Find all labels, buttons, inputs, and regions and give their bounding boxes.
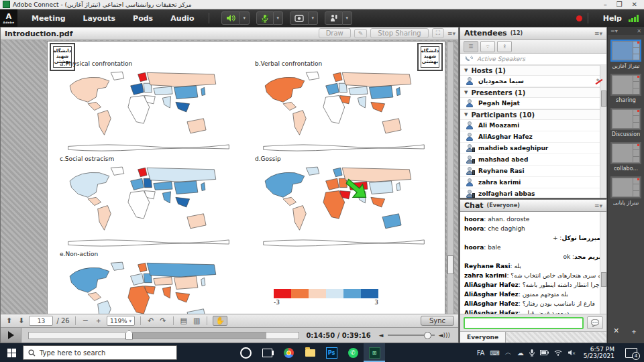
minimize-button[interactable]: – [604,1,607,9]
menu-meeting[interactable]: Meeting [23,14,74,23]
tray-expand-icon[interactable]: ︿ [505,348,512,357]
attendee-row[interactable]: Ali Moazami [460,120,606,131]
start-button[interactable] [0,343,23,362]
layouts-menu-icon[interactable]: ≡▾ [610,28,618,34]
shared-document-title: Introduction.pdf [5,29,73,38]
layout-thumbnail[interactable] [610,108,641,130]
status-view-icon[interactable]: 🯅 [497,41,512,52]
speaker-button[interactable] [221,11,240,25]
layout-item[interactable]: Discussion [608,108,644,137]
layout-item[interactable]: تیتراژ پایانی [608,176,644,206]
hand-tool-icon[interactable]: ✋ [213,316,227,326]
zoom-level-select[interactable]: 119% ▾ [107,316,135,326]
help-menu[interactable]: Help [603,14,622,23]
attendees-pod-menu-icon[interactable]: ≡▾ [594,30,602,37]
undo-icon[interactable]: ↶ [146,316,155,325]
delete-layout-icon[interactable]: ✕ [613,326,619,337]
chat-input[interactable] [464,317,584,329]
task-view-button[interactable] [256,343,278,362]
pointer-tool-icon[interactable]: ✎ [354,29,368,38]
speaker-dropdown[interactable]: ▾ [240,11,250,25]
battery-icon[interactable] [540,350,549,355]
attendee-row[interactable]: mahshad abed [460,154,606,166]
layout-item[interactable]: sharing [608,74,644,103]
attendee-group-header[interactable]: ▼Presenters (1) [460,87,606,98]
action-center-icon[interactable]: 4 [625,348,637,358]
add-layout-icon[interactable]: ＋ [630,326,637,337]
attendee-row[interactable]: mahdieb sadeghipur [460,143,606,154]
notification-badge: 4 [632,352,640,360]
list-view-icon[interactable]: ≣ [464,41,478,52]
status-button[interactable] [325,11,343,25]
layout-label: تیتراژ آغازین [612,63,639,69]
adobe-connect-button[interactable]: ⊞ [364,343,385,362]
file-explorer-button[interactable] [299,343,321,362]
menu-layouts[interactable]: Layouts [74,14,124,23]
wifi-icon[interactable] [554,350,562,356]
playback-progress-bar[interactable] [28,332,299,339]
microphone-button[interactable] [256,11,274,25]
play-button[interactable] [1,328,21,343]
microphone-dropdown[interactable]: ▾ [274,11,283,25]
sync-button[interactable]: Sync [421,316,454,326]
scrollbar-thumb[interactable] [601,90,606,107]
chat-pod-menu-icon[interactable]: ≡▾ [594,202,602,209]
fit-page-icon[interactable]: ▤ [179,316,189,325]
zoom-out-icon[interactable]: − [81,316,90,325]
attendee-row[interactable]: zolfaghari abbas [460,188,606,198]
chrome-button[interactable] [278,343,299,362]
attendee-row[interactable]: AliAsghar Hafez [460,131,606,143]
volume-knob[interactable] [424,332,431,339]
page-down-icon[interactable]: ⬇ [17,316,25,325]
chat-scrollbar[interactable] [600,212,606,314]
tab-everyone[interactable]: Everyone [460,332,506,343]
attendee-row[interactable]: Pegah Nejat [460,98,606,109]
onedrive-icon[interactable]: ☁ [517,349,524,357]
layout-thumbnail[interactable] [610,176,641,198]
microphone-tray-icon[interactable] [529,349,535,357]
grid-view-icon[interactable]: ⁘ [480,41,495,52]
whatsapp-button[interactable]: ✆ [342,343,364,362]
attendees-scrollbar[interactable] [600,65,606,198]
layout-item[interactable]: collabo... [608,142,644,172]
maximize-button[interactable]: ❐ [616,1,623,9]
touch-keyboard-icon[interactable]: ⌨ [490,349,499,357]
taskbar-search[interactable]: Type here to search [23,345,177,360]
layout-thumbnail-selected[interactable] [610,40,641,62]
attendee-group-header[interactable]: ▼Participants (10) [460,109,606,120]
fit-width-icon[interactable]: ▥ [192,316,201,325]
webcam-dropdown[interactable]: ▾ [309,11,318,25]
photoshop-button[interactable]: Ps [321,343,342,362]
zoom-in-icon[interactable]: ＋ [93,316,103,326]
speaker-muted-icon[interactable]: × [568,349,576,356]
attendee-row[interactable]: Reyhane Rasi [460,166,606,177]
menu-audio[interactable]: Audio [162,14,203,23]
webcam-button[interactable] [290,11,309,25]
scrollbar-thumb[interactable] [601,272,606,287]
scrollbar-thumb[interactable] [447,255,453,274]
status-dropdown[interactable]: ▾ [343,11,352,25]
cortana-button[interactable] [235,343,256,362]
layout-thumbnail[interactable] [610,142,641,164]
draw-button[interactable]: Draw [319,28,351,38]
attendee-group-header[interactable]: ▼Hosts (1) [460,65,606,76]
volume-slider[interactable] [388,335,435,336]
window-title: مرکز تحقیقات روانشناسي اجتماعي (تیتراژ آ… [13,1,191,8]
share-pod-menu-icon[interactable]: ≡▾ [447,30,455,37]
page-number-input[interactable]: 13 [29,316,53,326]
language-indicator[interactable]: FA [477,349,485,357]
taskbar-clock[interactable]: 6:57 PM5/23/2021 [584,346,614,359]
fullscreen-icon[interactable]: ⛶ [432,28,444,38]
redo-icon[interactable]: ↷ [158,316,167,325]
slide-scrollbar[interactable] [447,42,454,314]
close-button[interactable]: ✕ [632,1,637,9]
chat-send-icon[interactable]: 💬 [587,316,603,329]
layout-item[interactable]: تیتراژ آغازین [608,40,644,69]
stop-sharing-button[interactable]: Stop Sharing [370,28,428,38]
attendee-row[interactable]: zahra karimi [460,177,606,188]
layout-thumbnail[interactable] [610,74,641,96]
page-up-icon[interactable]: ⬆ [5,316,13,325]
layouts-close-icon[interactable]: ✕ [637,28,641,34]
menu-pods[interactable]: Pods [124,14,162,23]
attendee-row[interactable]: سیما محمودیان✎ [460,76,606,87]
